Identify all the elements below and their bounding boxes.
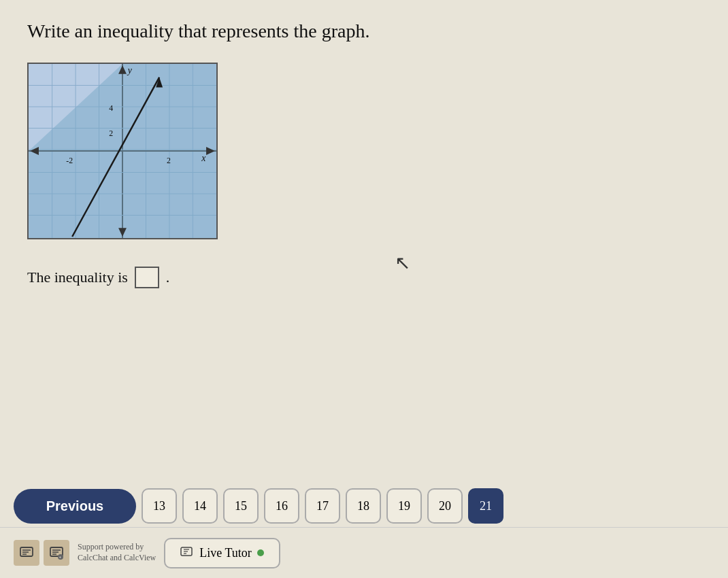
page-button-19[interactable]: 19	[386, 488, 422, 524]
svg-text:y: y	[127, 65, 133, 75]
page-button-15[interactable]: 15	[223, 488, 259, 524]
svg-text:+: +	[59, 556, 62, 560]
svg-text:-2: -2	[66, 156, 73, 165]
live-tutor-icon	[180, 546, 194, 560]
page-button-20[interactable]: 20	[427, 488, 463, 524]
calcchat-icon-1[interactable]	[14, 540, 39, 566]
bottom-bar: + Support powered by CalcChat and CalcVi…	[0, 527, 728, 578]
main-content: Write an inequality that represents the …	[0, 0, 728, 343]
calcchat-icons: +	[14, 540, 69, 566]
page-button-14[interactable]: 14	[182, 488, 218, 524]
period: .	[166, 269, 170, 286]
inequality-statement: The inequality is .	[27, 267, 701, 288]
graph-svg: x y 2 -2 4 2	[29, 64, 216, 238]
page-button-21[interactable]: 21	[468, 488, 503, 524]
svg-text:4: 4	[109, 103, 113, 113]
bottom-navigation: Previous 13 14 15 16 17 18 19 20 21	[0, 488, 728, 524]
page-button-16[interactable]: 16	[264, 488, 299, 524]
inequality-text: The inequality is	[27, 269, 128, 286]
previous-button[interactable]: Previous	[14, 489, 136, 524]
svg-text:x: x	[201, 153, 206, 163]
svg-marker-15	[29, 64, 216, 238]
calcchat-icon-2[interactable]: +	[44, 540, 69, 566]
live-tutor-status-dot	[257, 549, 264, 556]
page-button-17[interactable]: 17	[305, 488, 340, 524]
svg-text:2: 2	[167, 156, 171, 165]
answer-input-box[interactable]	[135, 267, 159, 288]
live-tutor-label: Live Tutor	[199, 546, 252, 560]
graph-container: x y 2 -2 4 2	[27, 63, 218, 239]
question-title: Write an inequality that represents the …	[27, 20, 701, 42]
live-tutor-button[interactable]: Live Tutor	[164, 538, 280, 568]
page-button-18[interactable]: 18	[346, 488, 381, 524]
support-text: Support powered by CalcChat and CalcView	[78, 542, 156, 563]
svg-text:2: 2	[109, 129, 113, 138]
page-button-13[interactable]: 13	[142, 488, 177, 524]
